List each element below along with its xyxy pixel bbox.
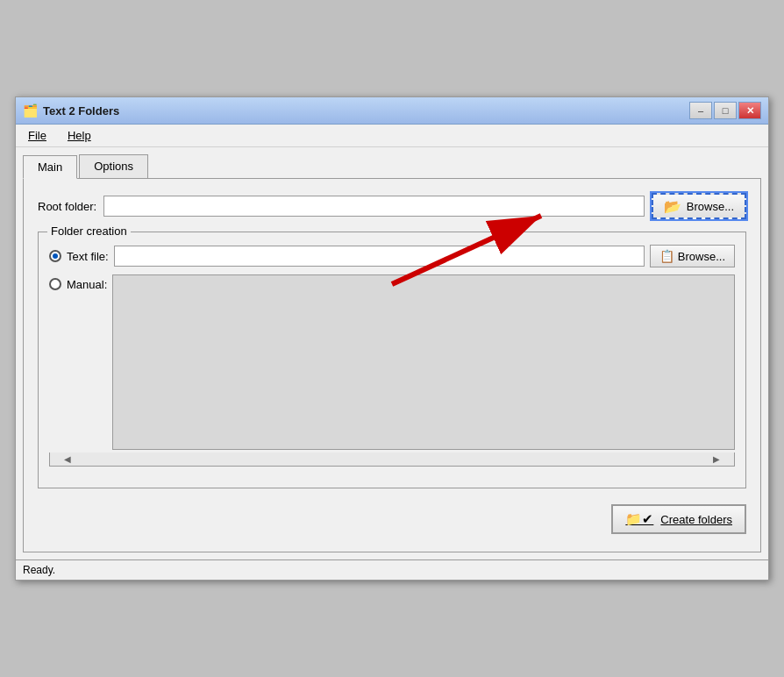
tab-options[interactable]: Options: [79, 154, 148, 178]
folder-creation-group: Folder creation Text file: 📋 Browse...: [38, 232, 746, 488]
tab-content-main: Root folder: 📂 Browse... Folder creation…: [23, 178, 761, 552]
content-area: Main Options Root folder: 📂: [16, 147, 768, 559]
title-icon: 🗂️: [23, 103, 38, 118]
menu-help[interactable]: Help: [62, 127, 96, 144]
scroll-left-icon[interactable]: ◀: [64, 454, 71, 464]
manual-row: Manual:: [49, 274, 735, 453]
tab-bar: Main Options: [23, 154, 761, 178]
notepad-browse-icon: 📋: [659, 249, 674, 263]
browse-text-file-label: Browse...: [678, 250, 725, 263]
folder-creation-label: Folder creation: [47, 224, 131, 238]
text-file-input[interactable]: [114, 246, 645, 267]
text-file-label: Text file:: [67, 250, 109, 263]
browse-root-button[interactable]: 📂 Browse...: [652, 193, 746, 219]
root-folder-input[interactable]: [103, 196, 645, 217]
status-text: Ready.: [23, 564, 55, 576]
manual-textarea-container: [112, 274, 735, 453]
title-bar-left: 🗂️ Text 2 Folders: [23, 103, 119, 118]
menu-bar: File Help: [16, 125, 768, 147]
create-folders-icon: 📁✔: [625, 511, 653, 527]
browse-root-label: Browse...: [687, 200, 734, 213]
browse-text-file-button[interactable]: 📋 Browse...: [650, 245, 735, 267]
title-bar: 🗂️ Text 2 Folders – □ ✕: [16, 97, 768, 125]
title-text: Text 2 Folders: [43, 104, 119, 118]
bottom-bar: 📁✔ Create folders: [38, 501, 746, 538]
minimize-button[interactable]: –: [689, 102, 712, 119]
tab-main[interactable]: Main: [23, 155, 77, 179]
text-file-radio[interactable]: [49, 250, 61, 262]
scroll-right-icon[interactable]: ▶: [713, 454, 720, 464]
menu-file[interactable]: File: [23, 127, 52, 144]
maximize-button[interactable]: □: [714, 102, 737, 119]
horizontal-scrollbar[interactable]: ◀ ▶: [49, 453, 735, 467]
main-window: 🗂️ Text 2 Folders – □ ✕ File Help Main O…: [15, 96, 769, 581]
manual-radio-label: Manual:: [49, 278, 107, 291]
group-content: Text file: 📋 Browse... Manual:: [49, 245, 735, 467]
root-folder-row: Root folder: 📂 Browse...: [38, 193, 746, 219]
folder-browse-icon: 📂: [664, 198, 681, 215]
close-button[interactable]: ✕: [738, 102, 761, 119]
text-file-row: Text file: 📋 Browse...: [49, 245, 735, 267]
manual-label: Manual:: [67, 278, 107, 291]
create-folders-button[interactable]: 📁✔ Create folders: [611, 504, 746, 534]
title-bar-buttons: – □ ✕: [689, 102, 761, 119]
manual-textarea[interactable]: [112, 274, 735, 450]
root-folder-label: Root folder:: [38, 200, 96, 213]
status-bar: Ready.: [16, 559, 768, 580]
create-folders-label: Create folders: [660, 513, 732, 526]
manual-radio[interactable]: [49, 278, 61, 290]
